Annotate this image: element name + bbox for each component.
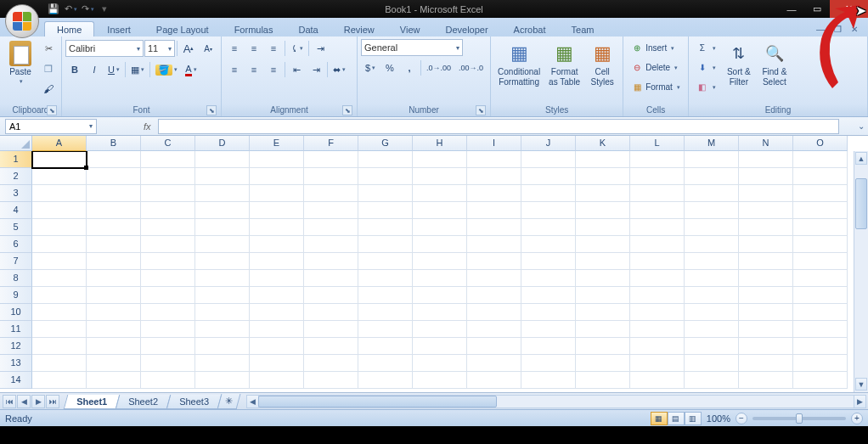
cell-N6[interactable] (739, 236, 793, 253)
bold-button[interactable]: B (65, 60, 84, 79)
zoom-slider[interactable] (752, 417, 846, 420)
cell-F5[interactable] (304, 219, 358, 236)
cell-F4[interactable] (304, 202, 358, 219)
cell-E7[interactable] (250, 253, 304, 270)
font-name-combo[interactable]: Calibri▾ (65, 40, 144, 57)
cell-J7[interactable] (521, 253, 576, 270)
cell-I12[interactable] (467, 338, 521, 355)
cell-K4[interactable] (576, 202, 630, 219)
cell-H4[interactable] (413, 202, 467, 219)
align-top-button[interactable]: ≡ (225, 39, 244, 58)
cell-I1[interactable] (467, 151, 521, 168)
cell-J5[interactable] (521, 219, 576, 236)
cell-N8[interactable] (739, 270, 793, 287)
cell-M8[interactable] (685, 270, 739, 287)
row-header-1[interactable]: 1 (0, 151, 32, 168)
cell-A1[interactable] (32, 151, 87, 168)
column-header-O[interactable]: O (793, 136, 848, 151)
cell-L8[interactable] (630, 270, 685, 287)
cell-F8[interactable] (304, 270, 358, 287)
cell-E11[interactable] (250, 321, 304, 338)
cell-O11[interactable] (793, 321, 848, 338)
cell-K6[interactable] (576, 236, 630, 253)
tab-team[interactable]: Team (559, 21, 607, 37)
format-as-table-button[interactable]: ▦Format as Table (545, 39, 583, 88)
cell-A14[interactable] (32, 372, 87, 389)
sheet-tab-sheet1[interactable]: Sheet1 (64, 395, 121, 409)
cell-O5[interactable] (793, 219, 848, 236)
vertical-scrollbar[interactable]: ▲ ▼ (854, 151, 868, 392)
cell-L2[interactable] (630, 168, 685, 185)
cell-C13[interactable] (141, 355, 195, 372)
decrease-indent-button[interactable]: ⇤ (287, 60, 306, 79)
cell-D1[interactable] (195, 151, 250, 168)
cell-A5[interactable] (32, 219, 87, 236)
tab-data[interactable]: Data (285, 21, 330, 37)
zoom-in-button[interactable]: + (851, 413, 863, 424)
align-center-button[interactable]: ≡ (245, 60, 263, 79)
cell-I13[interactable] (467, 355, 521, 372)
cell-C5[interactable] (141, 219, 195, 236)
scroll-up-icon[interactable]: ▲ (855, 152, 867, 165)
cell-O1[interactable] (793, 151, 848, 168)
cell-H5[interactable] (413, 219, 467, 236)
cell-G6[interactable] (358, 236, 413, 253)
cell-M1[interactable] (685, 151, 739, 168)
number-format-combo[interactable]: General▾ (361, 39, 463, 56)
cell-C12[interactable] (141, 338, 195, 355)
cell-H6[interactable] (413, 236, 467, 253)
column-header-H[interactable]: H (413, 136, 467, 151)
cell-M14[interactable] (685, 372, 739, 389)
cell-E12[interactable] (250, 338, 304, 355)
sheet-nav-prev[interactable]: ◀ (17, 395, 31, 408)
align-right-button[interactable]: ≡ (264, 60, 283, 79)
row-header-6[interactable]: 6 (0, 236, 32, 253)
cell-K8[interactable] (576, 270, 630, 287)
sheet-tab-sheet2[interactable]: Sheet2 (116, 395, 171, 409)
cell-N11[interactable] (739, 321, 793, 338)
cell-N2[interactable] (739, 168, 793, 185)
cell-G3[interactable] (358, 185, 413, 202)
cell-C11[interactable] (141, 321, 195, 338)
comma-button[interactable]: , (400, 59, 419, 77)
cell-O10[interactable] (793, 304, 848, 321)
cell-D4[interactable] (195, 202, 250, 219)
alignment-launcher[interactable]: ⬊ (342, 105, 352, 115)
row-header-4[interactable]: 4 (0, 202, 32, 219)
cell-J2[interactable] (521, 168, 576, 185)
cell-M6[interactable] (685, 236, 739, 253)
cell-C14[interactable] (141, 372, 195, 389)
cell-J13[interactable] (521, 355, 576, 372)
cell-J10[interactable] (521, 304, 576, 321)
cell-I8[interactable] (467, 270, 521, 287)
increase-indent-button[interactable]: ⇥ (307, 60, 325, 79)
cell-J14[interactable] (521, 372, 576, 389)
cell-K13[interactable] (576, 355, 630, 372)
cell-I3[interactable] (467, 185, 521, 202)
view-page-break-button[interactable]: ▥ (685, 412, 702, 425)
cell-C10[interactable] (141, 304, 195, 321)
cell-H8[interactable] (413, 270, 467, 287)
cell-K10[interactable] (576, 304, 630, 321)
scroll-right-icon[interactable]: ▶ (854, 395, 866, 408)
cell-A8[interactable] (32, 270, 87, 287)
cell-I9[interactable] (467, 287, 521, 304)
cell-G2[interactable] (358, 168, 413, 185)
cell-F3[interactable] (304, 185, 358, 202)
sheet-nav-next[interactable]: ▶ (31, 395, 45, 408)
cell-I5[interactable] (467, 219, 521, 236)
column-header-A[interactable]: A (32, 136, 87, 151)
zoom-slider-handle[interactable] (796, 413, 803, 424)
autosum-button[interactable]: Σ▾ (692, 39, 720, 57)
row-header-11[interactable]: 11 (0, 321, 32, 338)
cell-C7[interactable] (141, 253, 195, 270)
cell-N10[interactable] (739, 304, 793, 321)
cell-E1[interactable] (250, 151, 304, 168)
row-header-3[interactable]: 3 (0, 185, 32, 202)
cell-K1[interactable] (576, 151, 630, 168)
doc-restore-button[interactable]: ❐ (831, 25, 844, 37)
cell-F12[interactable] (304, 338, 358, 355)
fill-button[interactable]: ⬇▾ (692, 59, 720, 76)
cell-G10[interactable] (358, 304, 413, 321)
cell-O2[interactable] (793, 168, 848, 185)
